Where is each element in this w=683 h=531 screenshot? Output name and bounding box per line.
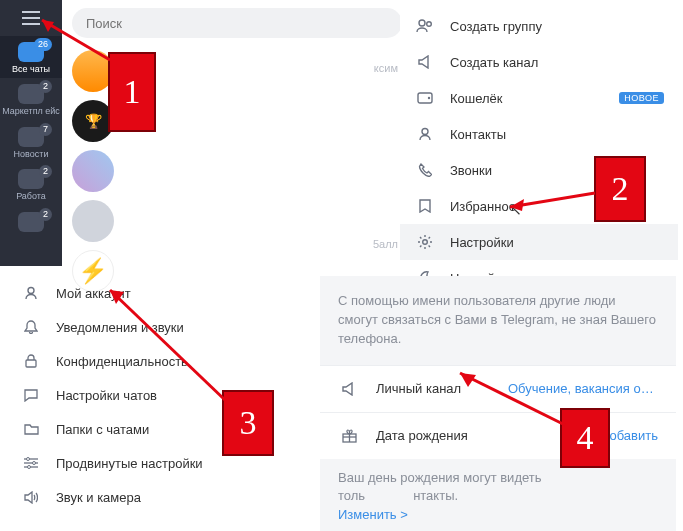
username-hint: С помощью имени пользователя другие люди… [320, 276, 676, 365]
svg-point-15 [33, 462, 36, 465]
megaphone-icon [338, 380, 360, 398]
svg-point-3 [419, 20, 425, 26]
folder-icon [20, 420, 42, 438]
user-icon [414, 125, 436, 143]
birthday-row[interactable]: Дата рождения Добавить [320, 412, 676, 459]
menu-settings[interactable]: Настройки [400, 224, 678, 260]
user-icon [20, 284, 42, 302]
phone-icon [414, 161, 436, 179]
badge: 26 [34, 38, 52, 51]
settings-privacy[interactable]: Конфиденциальность [10, 344, 295, 378]
birthday-hint-block: Ваш день рождения могут видеть тольнтакт… [320, 459, 676, 531]
chat-meta: ксим [374, 62, 398, 74]
rail-marketplace[interactable]: 2 Маркетпл ейс [0, 78, 62, 120]
settings-sound-camera[interactable]: Звук и камера [10, 480, 295, 514]
settings-account[interactable]: Мой аккаунт [10, 276, 295, 310]
menu-label: Настройки [450, 235, 514, 250]
menu-label: Кошелёк [450, 91, 503, 106]
menu-contacts[interactable]: Контакты [400, 116, 678, 152]
svg-point-9 [28, 288, 34, 294]
left-rail: 26 Все чаты 2 Маркетпл ейс 7 Новости 2 Р… [0, 0, 62, 266]
rail-label: Новости [14, 150, 49, 159]
badge: 7 [39, 123, 52, 136]
rail-news[interactable]: 7 Новости [0, 121, 62, 163]
new-badge: НОВОЕ [619, 92, 664, 104]
rail-work[interactable]: 2 Работа [0, 163, 62, 205]
badge: 2 [39, 208, 52, 221]
speaker-icon [20, 488, 42, 506]
lock-icon [20, 352, 42, 370]
annotation-1: 1 [108, 52, 156, 132]
menu-label: Контакты [450, 127, 506, 142]
chat-row[interactable] [62, 196, 412, 246]
row-label: Личный канал [376, 381, 461, 396]
row-label: Дата рождения [376, 428, 468, 443]
menu-wallet[interactable]: Кошелёк НОВОЕ [400, 80, 678, 116]
chat-icon [20, 386, 42, 404]
bell-icon [20, 318, 42, 336]
settings-notifications[interactable]: Уведомления и звуки [10, 310, 295, 344]
svg-point-16 [28, 466, 31, 469]
svg-rect-10 [26, 360, 36, 367]
group-icon [414, 17, 436, 35]
account-detail: С помощью имени пользователя другие люди… [320, 276, 676, 531]
svg-point-14 [27, 458, 30, 461]
settings-label: Звук и камера [56, 490, 141, 505]
gift-icon [338, 427, 360, 445]
menu-create-channel[interactable]: Создать канал [400, 44, 678, 80]
row-value[interactable]: Обучение, вакансия опе… [508, 381, 658, 396]
rail-label: Маркетпл ейс [2, 107, 60, 116]
rail-all-chats[interactable]: 26 Все чаты [0, 36, 62, 78]
settings-label: Настройки чатов [56, 388, 157, 403]
search-input[interactable] [72, 8, 402, 38]
badge: 2 [39, 80, 52, 93]
menu-label: Избранное [450, 199, 516, 214]
svg-point-4 [427, 22, 432, 27]
svg-point-6 [428, 97, 430, 99]
birthday-hint-rest: нтакты. [413, 488, 458, 503]
rail-extra[interactable]: 2 [0, 206, 62, 236]
chat-column: ксим 🏆 ⚡ 5алл [62, 0, 412, 266]
wallet-icon [414, 89, 436, 107]
annotation-4: 4 [560, 408, 610, 468]
menu-create-group[interactable]: Создать группу [400, 8, 678, 44]
avatar [72, 200, 114, 242]
svg-point-8 [423, 240, 428, 245]
bookmark-icon [414, 197, 436, 215]
rail-label: Работа [16, 192, 46, 201]
menu-label: Создать канал [450, 55, 538, 70]
hamburger-button[interactable] [0, 0, 62, 36]
annotation-3: 3 [222, 390, 274, 456]
hamburger-icon [22, 11, 40, 25]
sliders-icon [20, 454, 42, 472]
chat-meta: 5алл [373, 238, 398, 250]
chat-row[interactable] [62, 146, 412, 196]
settings-label: Мой аккаунт [56, 286, 131, 301]
gear-icon [414, 233, 436, 251]
avatar [72, 150, 114, 192]
svg-point-7 [422, 129, 428, 135]
personal-channel-row[interactable]: Личный канал Обучение, вакансия опе… [320, 365, 676, 412]
rail-label: Все чаты [12, 65, 50, 74]
change-link[interactable]: Изменить > [338, 507, 408, 522]
menu-label: Звонки [450, 163, 492, 178]
main-menu: Создать группу Создать канал Кошелёк НОВ… [400, 8, 678, 296]
annotation-2: 2 [594, 156, 646, 222]
settings-label: Продвинутые настройки [56, 456, 203, 471]
settings-label: Папки с чатами [56, 422, 149, 437]
settings-label: Уведомления и звуки [56, 320, 184, 335]
menu-label: Создать группу [450, 19, 542, 34]
megaphone-icon [414, 53, 436, 71]
badge: 2 [39, 165, 52, 178]
settings-label: Конфиденциальность [56, 354, 188, 369]
